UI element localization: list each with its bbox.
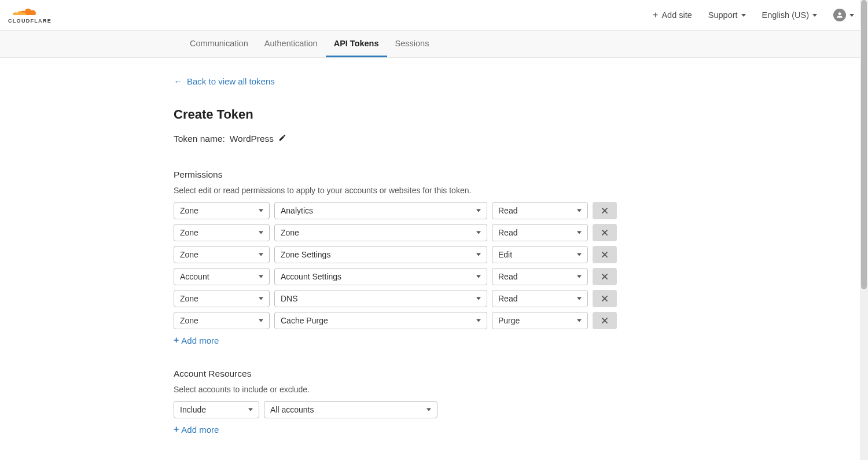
language-dropdown[interactable]: English (US) bbox=[762, 10, 817, 20]
account-resources-description: Select accounts to include or exclude. bbox=[174, 385, 625, 394]
permission-row: ZoneAnalyticsRead bbox=[174, 202, 625, 219]
account-resources-title: Account Resources bbox=[174, 369, 625, 379]
permission-scope-select[interactable]: Account bbox=[174, 268, 270, 285]
zone-resources-title: Zone Resources bbox=[174, 458, 625, 460]
back-link-label: Back to view all tokens bbox=[187, 76, 275, 86]
support-label: Support bbox=[708, 10, 738, 20]
scrollbar-thumb[interactable] bbox=[861, 0, 867, 289]
permission-resource-select[interactable]: Zone Settings bbox=[274, 246, 487, 263]
edit-token-name-button[interactable] bbox=[278, 134, 286, 144]
permission-resource-select[interactable]: Zone bbox=[274, 224, 487, 241]
account-resource-row: Include All accounts bbox=[174, 401, 625, 418]
tab-authentication[interactable]: Authentication bbox=[256, 31, 326, 57]
permission-resource-select[interactable]: DNS bbox=[274, 290, 487, 307]
plus-icon: + bbox=[653, 10, 658, 20]
vertical-scrollbar[interactable] bbox=[860, 0, 868, 460]
add-site-button[interactable]: + Add site bbox=[653, 10, 692, 20]
svg-text:CLOUDFLARE: CLOUDFLARE bbox=[8, 18, 52, 24]
permission-row: AccountAccount SettingsRead bbox=[174, 268, 625, 285]
tab-sessions[interactable]: Sessions bbox=[387, 31, 437, 57]
permission-row: ZoneCache PurgePurge bbox=[174, 312, 625, 329]
back-to-tokens-link[interactable]: ← Back to view all tokens bbox=[174, 76, 625, 86]
plus-icon: + bbox=[174, 424, 179, 435]
support-dropdown[interactable]: Support bbox=[708, 10, 746, 20]
account-menu[interactable] bbox=[833, 9, 854, 21]
remove-permission-button[interactable] bbox=[593, 268, 617, 285]
chevron-down-icon bbox=[849, 14, 854, 17]
add-site-label: Add site bbox=[661, 10, 692, 20]
subnav-tabs: Communication Authentication API Tokens … bbox=[0, 31, 868, 58]
chevron-down-icon bbox=[741, 14, 746, 17]
permission-access-select[interactable]: Read bbox=[492, 224, 588, 241]
user-avatar-icon bbox=[833, 9, 846, 21]
chevron-down-icon bbox=[812, 14, 817, 17]
permission-scope-select[interactable]: Zone bbox=[174, 290, 270, 307]
permission-row: ZoneZoneRead bbox=[174, 224, 625, 241]
token-name-label: Token name: bbox=[174, 134, 225, 144]
permissions-title: Permissions bbox=[174, 170, 625, 180]
add-more-label: Add more bbox=[181, 336, 219, 345]
permission-scope-select[interactable]: Zone bbox=[174, 202, 270, 219]
remove-permission-button[interactable] bbox=[593, 246, 617, 263]
permission-resource-select[interactable]: Cache Purge bbox=[274, 312, 487, 329]
permission-access-select[interactable]: Read bbox=[492, 290, 588, 307]
top-header: CLOUDFLARE + Add site Support English (U… bbox=[0, 0, 868, 31]
remove-permission-button[interactable] bbox=[593, 202, 617, 219]
account-target-select[interactable]: All accounts bbox=[264, 401, 437, 418]
remove-permission-button[interactable] bbox=[593, 224, 617, 241]
tab-communication[interactable]: Communication bbox=[182, 31, 256, 57]
plus-icon: + bbox=[174, 335, 179, 345]
permission-access-select[interactable]: Read bbox=[492, 268, 588, 285]
header-actions: + Add site Support English (US) bbox=[653, 9, 854, 21]
cloudflare-logo[interactable]: CLOUDFLARE bbox=[8, 6, 62, 24]
permission-access-select[interactable]: Edit bbox=[492, 246, 588, 263]
permission-row: ZoneZone SettingsEdit bbox=[174, 246, 625, 263]
page-title: Create Token bbox=[174, 107, 625, 122]
permissions-description: Select edit or read permissions to apply… bbox=[174, 186, 625, 195]
permission-resource-select[interactable]: Account Settings bbox=[274, 268, 487, 285]
arrow-left-icon: ← bbox=[174, 76, 182, 86]
token-name-row: Token name: WordPress bbox=[174, 134, 625, 144]
main-content: ← Back to view all tokens Create Token T… bbox=[0, 58, 625, 460]
permissions-rows: ZoneAnalyticsReadZoneZoneReadZoneZone Se… bbox=[174, 202, 625, 329]
add-permission-button[interactable]: + Add more bbox=[174, 335, 625, 345]
account-mode-select[interactable]: Include bbox=[174, 401, 259, 418]
permission-scope-select[interactable]: Zone bbox=[174, 224, 270, 241]
token-name-value: WordPress bbox=[230, 134, 274, 144]
permission-row: ZoneDNSRead bbox=[174, 290, 625, 307]
permission-access-select[interactable]: Read bbox=[492, 202, 588, 219]
tab-api-tokens[interactable]: API Tokens bbox=[326, 31, 387, 57]
remove-permission-button[interactable] bbox=[593, 312, 617, 329]
permission-access-select[interactable]: Purge bbox=[492, 312, 588, 329]
remove-permission-button[interactable] bbox=[593, 290, 617, 307]
permission-scope-select[interactable]: Zone bbox=[174, 246, 270, 263]
add-account-resource-button[interactable]: + Add more bbox=[174, 424, 625, 435]
language-label: English (US) bbox=[762, 10, 809, 20]
permission-scope-select[interactable]: Zone bbox=[174, 312, 270, 329]
add-more-label: Add more bbox=[181, 425, 219, 435]
permission-resource-select[interactable]: Analytics bbox=[274, 202, 487, 219]
